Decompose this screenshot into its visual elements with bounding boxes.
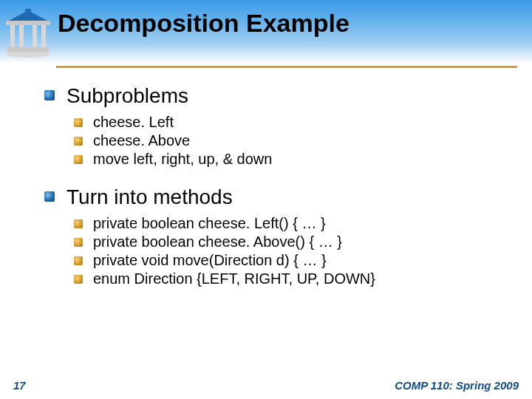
svg-rect-3 <box>19 25 24 47</box>
sub-item: private boolean cheese. Left() { … } <box>74 215 502 232</box>
list-item-methods: Turn into methods private boolean cheese… <box>44 185 502 287</box>
sub-bullet-icon <box>74 256 83 265</box>
slide: Decomposition Example Subproblems cheese… <box>0 0 532 399</box>
sub-bullet-icon <box>74 238 83 247</box>
svg-rect-2 <box>10 25 15 47</box>
sub-item-text: enum Direction {LEFT, RIGHT, UP, DOWN} <box>93 270 375 287</box>
svg-rect-5 <box>41 25 46 47</box>
svg-rect-4 <box>33 25 37 47</box>
sub-bullet-icon <box>74 275 83 284</box>
slide-footer: 17 COMP 110: Spring 2009 <box>13 379 519 392</box>
sub-item-text: move left, right, up, & down <box>93 151 272 167</box>
section-heading: Turn into methods <box>66 185 233 208</box>
svg-rect-6 <box>6 21 50 25</box>
unc-well-icon <box>3 9 53 59</box>
bullet-icon <box>44 191 55 202</box>
list-item-subproblems: Subproblems cheese. Left cheese. Above m… <box>44 84 502 168</box>
sub-item: private boolean cheese. Above() { … } <box>74 233 502 250</box>
svg-rect-1 <box>7 47 49 52</box>
sub-list: private boolean cheese. Left() { … } pri… <box>66 215 502 287</box>
sub-bullet-icon <box>74 219 83 228</box>
sub-item: move left, right, up, & down <box>74 151 502 168</box>
course-label: COMP 110: Spring 2009 <box>395 379 519 392</box>
title-underline <box>56 66 517 68</box>
slide-header: Decomposition Example <box>0 0 532 64</box>
sub-item-text: private void move(Direction d) { … } <box>93 252 327 268</box>
bullet-icon <box>44 90 55 100</box>
sub-item: cheese. Left <box>74 114 502 131</box>
sub-item: private void move(Direction d) { … } <box>74 252 502 269</box>
sub-item: cheese. Above <box>74 132 502 149</box>
sub-item: enum Direction {LEFT, RIGHT, UP, DOWN} <box>74 270 502 287</box>
svg-rect-8 <box>25 9 31 13</box>
section-heading: Subproblems <box>66 84 188 107</box>
slide-content: Subproblems cheese. Left cheese. Above m… <box>0 64 532 287</box>
sub-item-text: cheese. Left <box>93 114 174 130</box>
bullet-list: Subproblems cheese. Left cheese. Above m… <box>44 84 502 287</box>
slide-title: Decomposition Example <box>58 9 532 38</box>
sub-item-text: cheese. Above <box>93 132 190 149</box>
sub-item-text: private boolean cheese. Above() { … } <box>93 233 342 250</box>
sub-list: cheese. Left cheese. Above move left, ri… <box>66 114 502 168</box>
page-number: 17 <box>13 379 26 392</box>
sub-bullet-icon <box>74 118 83 127</box>
sub-bullet-icon <box>74 137 83 146</box>
sub-item-text: private boolean cheese. Left() { … } <box>93 215 326 231</box>
sub-bullet-icon <box>74 155 83 164</box>
